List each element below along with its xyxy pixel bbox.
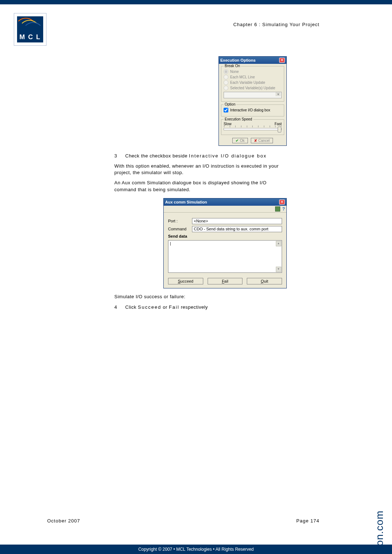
x-icon: ✘ bbox=[254, 139, 257, 143]
speed-slider[interactable] bbox=[224, 128, 282, 130]
step-3-text: Check the checkbox beside Interactive I/… bbox=[125, 153, 267, 159]
radio-selected-var[interactable] bbox=[224, 86, 228, 90]
footer-page: Page 174 bbox=[296, 518, 319, 524]
step-3-number: 3 bbox=[114, 153, 119, 159]
ok-button[interactable]: ✔Ok bbox=[232, 138, 248, 143]
logo: M C L bbox=[14, 13, 46, 46]
logo-text: M C L bbox=[17, 33, 43, 41]
fail-button[interactable]: Fail bbox=[208, 278, 243, 284]
step-4-number: 4 bbox=[114, 304, 119, 310]
variable-combo[interactable] bbox=[224, 92, 282, 98]
scroll-up-icon[interactable]: ▴ bbox=[276, 241, 281, 246]
check-icon: ✔ bbox=[236, 139, 238, 143]
command-label: Command bbox=[168, 227, 189, 231]
aux-comm-dialog: Aux comm Simulation × ? Port : <None> Co… bbox=[163, 198, 287, 288]
radio-each-var[interactable] bbox=[224, 80, 228, 85]
quit-button[interactable]: Quit bbox=[247, 278, 282, 284]
paragraph-1: With this option enabled, whenever an I/… bbox=[114, 163, 287, 176]
dialog-title: Execution Options bbox=[220, 58, 256, 62]
footer-date: October 2007 bbox=[47, 518, 80, 524]
copyright-bar: Copyright © 2007 • MCL Technologies • Al… bbox=[0, 545, 392, 554]
cancel-button[interactable]: ✘Cancel bbox=[251, 138, 273, 143]
top-bar bbox=[0, 0, 392, 4]
dialog2-title: Aux comm Simulation bbox=[165, 200, 207, 204]
radio-each-line[interactable] bbox=[224, 75, 228, 79]
step-4-text: Click Succeed or Fail respectively bbox=[125, 304, 208, 310]
close-icon[interactable]: × bbox=[279, 58, 285, 63]
scroll-down-icon[interactable]: ▾ bbox=[276, 267, 281, 272]
help-icon[interactable]: ? bbox=[282, 206, 285, 212]
port-field[interactable]: <None> bbox=[192, 218, 282, 224]
speed-legend: Execution Speed bbox=[224, 117, 253, 121]
send-data-label: Send data bbox=[168, 234, 189, 238]
radio-none[interactable] bbox=[224, 69, 228, 74]
close-icon[interactable]: × bbox=[279, 200, 285, 205]
exit-icon[interactable] bbox=[275, 206, 280, 212]
execution-options-dialog: Execution Options × Break On None Each M… bbox=[219, 56, 287, 146]
interactive-io-checkbox[interactable] bbox=[224, 108, 228, 112]
break-on-legend: Break On bbox=[224, 64, 241, 68]
command-field[interactable]: CDO - Send data string to aux. comm port bbox=[192, 226, 282, 232]
slider-thumb[interactable] bbox=[278, 127, 281, 132]
send-data-textarea[interactable]: | ▴ ▾ bbox=[168, 240, 282, 273]
paragraph-3: Simulate I/O success or failure: bbox=[114, 294, 287, 300]
succeed-button[interactable]: Succeed bbox=[168, 278, 203, 284]
port-label: Port : bbox=[168, 219, 189, 223]
paragraph-2: An Aux comm Simulation dialogue box is d… bbox=[114, 180, 287, 193]
option-legend: Option bbox=[224, 102, 236, 106]
chapter-title: Chapter 6 : Simulating Your Project bbox=[233, 22, 319, 27]
